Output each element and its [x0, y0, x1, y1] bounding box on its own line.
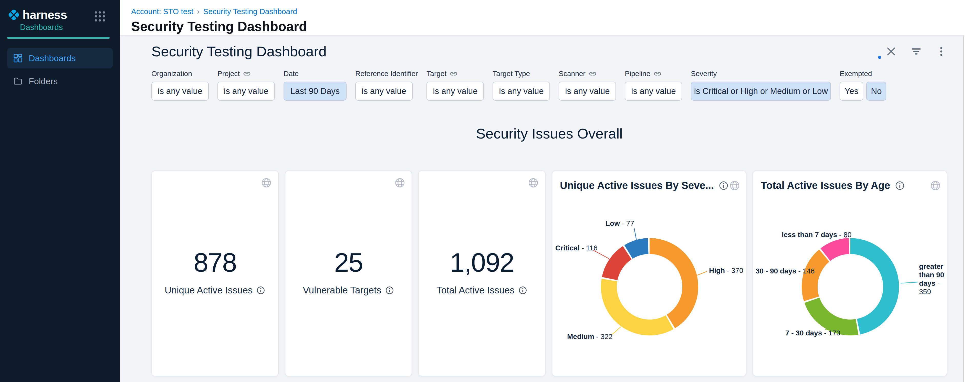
filter-date-value[interactable]: Last 90 Days	[283, 82, 347, 101]
donut-callout-less-7: less than 7 days - 80	[782, 230, 846, 239]
filter-label: Project	[218, 70, 240, 78]
page-title: Security Testing Dashboard	[131, 19, 980, 34]
dashboard-title: Security Testing Dashboard	[151, 43, 326, 60]
stat-label: Vulnerable Targets	[303, 285, 381, 296]
module-accent-rule	[7, 37, 110, 39]
sidebar-item-folders[interactable]: Folders	[7, 71, 113, 91]
donut-callout-30-90: 30 - 90 days - 146	[756, 267, 815, 276]
chart-total-active-issues-by-age: Total Active Issues By Age greater than …	[752, 171, 947, 376]
scrollbar-rail[interactable]	[963, 35, 980, 382]
filter-reference-identifier-value[interactable]: is any value	[355, 82, 413, 101]
filter-label: Date	[283, 70, 299, 78]
harness-logo-icon	[7, 8, 21, 22]
sidebar: harness Dashboards Dashboards	[0, 0, 120, 382]
stat-value: 878	[152, 247, 278, 278]
info-icon[interactable]	[256, 286, 266, 295]
filter-pipeline: Pipeline is any value	[625, 70, 682, 101]
filter-label: Scanner	[558, 70, 585, 78]
filter-organization-value[interactable]: is any value	[151, 82, 209, 101]
globe-icon[interactable]	[930, 180, 941, 191]
breadcrumb-chevron-icon: ›	[197, 7, 200, 16]
breadcrumb: Account: STO test › Security Testing Das…	[131, 7, 980, 16]
filter-target-type-value[interactable]: is any value	[493, 82, 550, 101]
exempted-no-button[interactable]: No	[866, 82, 886, 101]
filter-label: Target	[426, 70, 447, 78]
sidebar-item-dashboards[interactable]: Dashboards	[7, 48, 113, 68]
info-icon[interactable]	[385, 286, 394, 295]
filter-label: Reference Identifier	[355, 70, 418, 78]
filter-label: Pipeline	[625, 70, 650, 78]
link-icon	[654, 70, 662, 78]
filter-scanner: Scanner is any value	[558, 70, 616, 101]
link-icon	[243, 70, 251, 78]
donut-callout-low: Low - 77	[582, 219, 634, 228]
filter-project-value[interactable]: is any value	[218, 82, 275, 101]
info-icon[interactable]	[895, 181, 905, 191]
filter-icon[interactable]	[910, 46, 922, 57]
chart-title: Total Active Issues By Age	[761, 180, 890, 191]
donut-callout-critical: Critical - 116	[555, 244, 597, 252]
filter-organization: Organization is any value	[151, 70, 209, 101]
filter-label: Exempted	[840, 70, 872, 78]
globe-icon[interactable]	[528, 177, 539, 189]
globe-icon[interactable]	[729, 180, 740, 191]
filter-severity: Severity is Critical or High or Medium o…	[691, 70, 831, 101]
section-heading: Security Issues Overall	[151, 125, 947, 142]
filter-project: Project is any value	[218, 70, 275, 101]
chart-title: Unique Active Issues By Seve...	[560, 180, 714, 191]
folder-icon	[13, 76, 22, 86]
info-icon[interactable]	[719, 181, 729, 191]
donut-callout-greater-90: greater than 90 days - 359	[919, 262, 949, 296]
close-icon[interactable]	[885, 46, 897, 57]
tile-unique-active-issues: 878 Unique Active Issues	[151, 171, 279, 376]
filter-target-value[interactable]: is any value	[426, 82, 484, 101]
filter-exempted: Exempted Yes No	[840, 70, 886, 101]
info-icon[interactable]	[518, 286, 527, 295]
chart-unique-active-issues-by-severity: Unique Active Issues By Seve... High - 3…	[552, 171, 746, 376]
dashboards-icon	[13, 54, 22, 63]
stat-value: 25	[285, 247, 412, 278]
kebab-menu-icon[interactable]	[935, 46, 947, 57]
stat-label: Total Active Issues	[436, 285, 514, 296]
filter-reference-identifier: Reference Identifier is any value	[355, 70, 418, 101]
dashboard-content: Security Testing Dashboard Organization …	[120, 36, 963, 382]
sidebar-item-label: Dashboards	[29, 53, 76, 63]
filter-label: Target Type	[493, 70, 530, 78]
filter-scanner-value[interactable]: is any value	[558, 82, 616, 101]
sidebar-item-label: Folders	[29, 76, 57, 86]
filter-bar: Organization is any value Project is any…	[151, 70, 963, 101]
stat-label: Unique Active Issues	[165, 285, 253, 296]
exempted-yes-button[interactable]: Yes	[840, 82, 863, 101]
donut-callout-medium: Medium - 322	[567, 332, 612, 341]
module-label: Dashboards	[20, 23, 113, 32]
filter-pipeline-value[interactable]: is any value	[625, 82, 682, 101]
filter-target: Target is any value	[426, 70, 484, 101]
link-icon	[450, 70, 458, 78]
stat-value: 1,092	[419, 247, 545, 278]
breadcrumb-account-link[interactable]: Account: STO test	[131, 7, 193, 16]
filter-target-type: Target Type is any value	[493, 70, 550, 101]
app-grid-icon[interactable]	[95, 11, 105, 22]
page-header: Account: STO test › Security Testing Das…	[120, 0, 980, 36]
filter-severity-value[interactable]: is Critical or High or Medium or Low	[691, 82, 831, 101]
brand-wordmark: harness	[22, 8, 67, 22]
donut-callout-7-30: 7 - 30 days - 173	[785, 329, 840, 338]
globe-icon[interactable]	[394, 177, 406, 189]
filter-label: Severity	[691, 70, 717, 78]
tile-total-active-issues: 1,092 Total Active Issues	[418, 171, 546, 376]
globe-icon[interactable]	[261, 177, 272, 189]
donut-callout-high: High - 370	[709, 266, 743, 275]
breadcrumb-page-link[interactable]: Security Testing Dashboard	[204, 7, 297, 16]
tile-vulnerable-targets: 25 Vulnerable Targets	[285, 171, 412, 376]
filter-date: Date Last 90 Days	[283, 70, 347, 101]
filter-label: Organization	[151, 70, 192, 78]
cursor-dot	[878, 56, 881, 59]
link-icon	[589, 70, 597, 78]
